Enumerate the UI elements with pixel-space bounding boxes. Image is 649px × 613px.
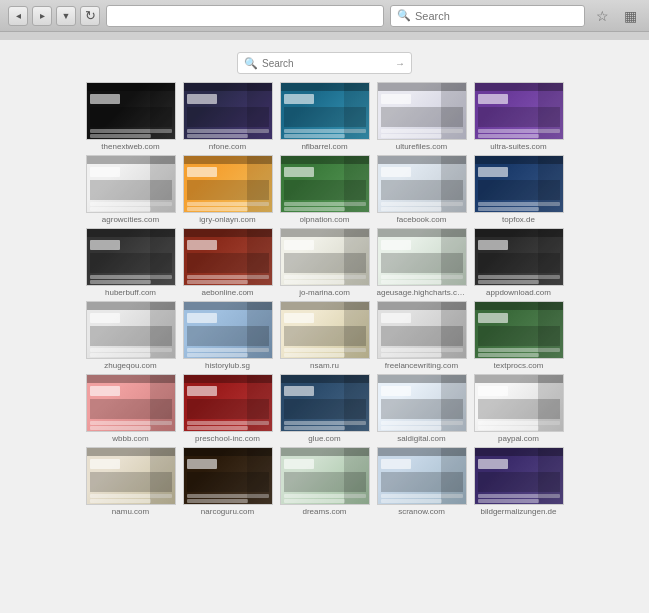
thumbnail-item[interactable]: thenextweb.com xyxy=(84,82,177,151)
thumbnail-preview xyxy=(474,447,564,505)
thumbnail-item[interactable]: nfone.com xyxy=(181,82,274,151)
forward-button[interactable]: ▸ xyxy=(32,6,52,26)
thumbnail-label: dreams.com xyxy=(302,507,346,516)
thumbnail-preview xyxy=(377,228,467,286)
thumbnail-item[interactable]: narcoguru.com xyxy=(181,447,274,516)
thumbnail-item[interactable]: topfox.de xyxy=(472,155,565,224)
thumbnail-preview xyxy=(86,374,176,432)
thumbnail-preview xyxy=(474,82,564,140)
address-input[interactable] xyxy=(111,10,379,22)
thumbnail-item[interactable]: namu.com xyxy=(84,447,177,516)
thumbnail-label: freelancewriting.com xyxy=(385,361,458,370)
tab-bar xyxy=(0,32,649,40)
thumbnail-label: appdownload.com xyxy=(486,288,551,297)
thumbnail-preview xyxy=(183,447,273,505)
thumbnail-label: saldigital.com xyxy=(397,434,445,443)
thumbnail-preview xyxy=(377,447,467,505)
thumbnail-item[interactable]: nsam.ru xyxy=(278,301,371,370)
thumbnail-item[interactable]: scranow.com xyxy=(375,447,468,516)
thumbnail-item[interactable]: zhugeqou.com xyxy=(84,301,177,370)
thumbnail-preview xyxy=(86,82,176,140)
thumbnail-label: scranow.com xyxy=(398,507,445,516)
thumbnail-label: paypal.com xyxy=(498,434,539,443)
search-bar-container: 🔍 xyxy=(390,5,585,27)
thumbnail-preview xyxy=(377,374,467,432)
thumbnail-item[interactable]: huberbuff.com xyxy=(84,228,177,297)
feed-button[interactable]: ▦ xyxy=(619,5,641,27)
thumbnail-item[interactable]: ulturefiles.com xyxy=(375,82,468,151)
thumbnail-label: nfone.com xyxy=(209,142,246,151)
thumbnail-item[interactable]: freelancewriting.com xyxy=(375,301,468,370)
thumbnail-preview xyxy=(86,301,176,359)
thumbnail-item[interactable]: dreams.com xyxy=(278,447,371,516)
address-bar-container xyxy=(106,5,384,27)
thumbnail-label: textprocs.com xyxy=(494,361,544,370)
thumbnail-preview xyxy=(377,301,467,359)
thumbnail-item[interactable]: ultra-suites.com xyxy=(472,82,565,151)
thumbnail-preview xyxy=(474,228,564,286)
thumbnail-label: glue.com xyxy=(308,434,340,443)
newtab-search-input[interactable] xyxy=(262,58,391,69)
thumbnail-label: thenextweb.com xyxy=(101,142,159,151)
newtab-search-bar: 🔍 → xyxy=(237,52,412,74)
thumbnail-item[interactable]: olpnation.com xyxy=(278,155,371,224)
browser-chrome: ◂ ▸ ▼ ↻ 🔍 ☆ ▦ xyxy=(0,0,649,32)
thumbnail-item[interactable]: ageusage.highcharts.com xyxy=(375,228,468,297)
thumbnail-item[interactable]: jo-marina.com xyxy=(278,228,371,297)
thumbnail-label: facebook.com xyxy=(397,215,447,224)
search-icon: 🔍 xyxy=(397,9,411,22)
thumbnail-item[interactable]: agrowcities.com xyxy=(84,155,177,224)
thumbnail-label: namu.com xyxy=(112,507,149,516)
thumbnail-preview xyxy=(280,447,370,505)
thumbnail-label: zhugeqou.com xyxy=(104,361,156,370)
thumbnail-preview xyxy=(183,155,273,213)
thumbnail-label: agrowcities.com xyxy=(102,215,159,224)
thumbnail-label: nsam.ru xyxy=(310,361,339,370)
thumbnail-preview xyxy=(86,447,176,505)
thumbnail-label: preschool-inc.com xyxy=(195,434,260,443)
history-dropdown[interactable]: ▼ xyxy=(56,6,76,26)
thumbnail-item[interactable]: igry-onlayn.com xyxy=(181,155,274,224)
thumbnail-item[interactable]: wbbb.com xyxy=(84,374,177,443)
thumbnail-preview xyxy=(183,374,273,432)
thumbnail-preview xyxy=(86,228,176,286)
thumbnail-preview xyxy=(183,82,273,140)
thumbnail-item[interactable]: preschool-inc.com xyxy=(181,374,274,443)
newtab-go-button[interactable]: → xyxy=(395,58,405,69)
thumbnail-preview xyxy=(280,228,370,286)
thumbnail-label: jo-marina.com xyxy=(299,288,350,297)
thumbnail-preview xyxy=(280,155,370,213)
thumbnail-label: aebonline.com xyxy=(201,288,253,297)
thumbnail-item[interactable]: bildgermalizungen.de xyxy=(472,447,565,516)
thumbnail-item[interactable]: aebonline.com xyxy=(181,228,274,297)
thumbnail-preview xyxy=(474,155,564,213)
thumbnail-preview xyxy=(474,374,564,432)
bookmark-button[interactable]: ☆ xyxy=(591,5,613,27)
back-button[interactable]: ◂ xyxy=(8,6,28,26)
thumbnail-item[interactable]: appdownload.com xyxy=(472,228,565,297)
thumbnail-item[interactable]: historylub.sg xyxy=(181,301,274,370)
thumbnail-item[interactable]: paypal.com xyxy=(472,374,565,443)
thumbnail-preview xyxy=(183,228,273,286)
thumbnail-label: ulturefiles.com xyxy=(396,142,448,151)
thumbnail-item[interactable]: nflbarrel.com xyxy=(278,82,371,151)
new-tab-page: 🔍 → thenextweb.com nfone.com nflbarrel.c… xyxy=(0,40,649,613)
refresh-button[interactable]: ↻ xyxy=(80,6,100,26)
newtab-search-icon: 🔍 xyxy=(244,57,258,70)
thumbnail-label: narcoguru.com xyxy=(201,507,254,516)
thumbnail-preview xyxy=(280,82,370,140)
thumbnail-label: ageusage.highcharts.com xyxy=(377,288,467,297)
search-input[interactable] xyxy=(415,10,578,22)
thumbnail-item[interactable]: textprocs.com xyxy=(472,301,565,370)
thumbnail-label: olpnation.com xyxy=(300,215,350,224)
thumbnail-label: nflbarrel.com xyxy=(301,142,347,151)
thumbnail-preview xyxy=(377,82,467,140)
nav-controls: ◂ ▸ ▼ ↻ xyxy=(8,6,100,26)
thumbnails-grid: thenextweb.com nfone.com nflbarrel.com u… xyxy=(74,82,575,526)
thumbnail-preview xyxy=(280,374,370,432)
thumbnail-preview xyxy=(280,301,370,359)
thumbnail-label: ultra-suites.com xyxy=(490,142,546,151)
thumbnail-item[interactable]: facebook.com xyxy=(375,155,468,224)
thumbnail-item[interactable]: glue.com xyxy=(278,374,371,443)
thumbnail-item[interactable]: saldigital.com xyxy=(375,374,468,443)
